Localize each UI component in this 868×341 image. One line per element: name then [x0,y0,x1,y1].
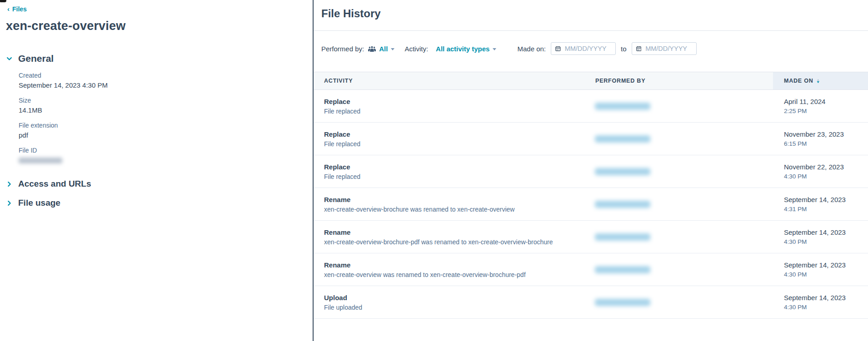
field-label: Created [19,72,313,79]
made-on-date: November 22, 2023 [784,163,868,171]
activity-filter-value: All activity types [436,45,489,53]
made-on-from-input[interactable] [565,45,611,52]
made-on-from-datepicker[interactable] [551,42,616,55]
made-on-date: September 14, 2023 [784,261,868,269]
section-access-and-urls[interactable]: Access and URLs [0,179,313,189]
activity-label: Activity: [404,45,428,53]
sort-descending-icon: ▲▼ [817,79,820,83]
activity-type: Rename [324,228,589,236]
made-on-time: 4:30 PM [784,271,868,278]
caret-down-icon [493,48,496,50]
made-on-date: September 14, 2023 [784,294,868,301]
date-range-separator: to [621,45,627,53]
panel-title: File History [321,7,381,20]
activity-description: File replaced [324,108,589,115]
column-header-activity[interactable]: ACTIVITY [314,72,589,89]
activity-description: File uploaded [324,304,589,311]
general-fields: Created September 14, 2023 4:30 PM Size … [0,72,313,163]
breadcrumb-back-to-files[interactable]: ‹ Files [7,5,27,13]
file-history-panel: File History Performed by: All [313,0,868,341]
table-row: Rename xen-create-overview-brochure was … [314,188,868,221]
table-header-row: ACTIVITY PERFORMED BY MADE ON ▲▼ [314,72,868,90]
redacted-user-name [595,103,650,110]
redacted-user-name [595,168,650,175]
chevron-right-icon [6,200,12,206]
column-header-performed-by[interactable]: PERFORMED BY [589,72,773,89]
activity-type: Rename [324,261,589,269]
activity-type: Upload [324,294,589,301]
field-created: Created September 14, 2023 4:30 PM [19,72,313,89]
made-on-to-datepicker[interactable] [632,42,697,55]
field-label: File extension [19,122,313,129]
filter-bar: Performed by: All Activity: [321,42,868,55]
calendar-icon [555,45,561,52]
table-row: Rename xen-create-overview-brochure-pdf … [314,221,868,253]
redacted-user-name [595,299,650,306]
team-icon [368,46,376,52]
activity-description: File replaced [324,140,589,148]
section-general-header[interactable]: General [0,53,313,64]
calendar-icon [636,45,642,52]
field-file-extension: File extension pdf [19,122,313,139]
redacted-user-name [595,201,650,208]
performed-by-filter-value: All [379,45,388,53]
made-on-time: 2:25 PM [784,108,868,114]
made-on-date: September 14, 2023 [784,228,868,236]
field-value: 14.1MB [19,106,313,114]
performed-by-label: Performed by: [321,45,364,53]
made-on-date: November 23, 2023 [784,130,868,138]
field-value: September 14, 2023 4:30 PM [19,81,313,89]
activity-filter-dropdown[interactable]: All activity types [436,45,496,53]
table-row: Replace File replaced November 22, 2023 … [314,155,868,188]
field-value: pdf [19,131,313,139]
breadcrumb-label: Files [12,5,27,13]
made-on-time: 4:30 PM [784,304,868,311]
page-title: xen-create-overview [6,19,313,33]
made-on-date: September 14, 2023 [784,196,868,203]
table-row: Rename xen-create-overview was renamed t… [314,253,868,286]
chevron-right-icon [6,181,12,187]
section-label: Access and URLs [18,179,91,189]
field-label: Size [19,97,313,104]
redacted-file-id [19,158,62,163]
performed-by-filter-dropdown[interactable]: All [379,45,394,53]
redacted-user-name [595,135,650,143]
activity-type: Replace [324,98,589,105]
section-general: General Created September 14, 2023 4:30 … [0,53,313,163]
screen-corner-artifact [0,0,6,2]
made-on-time: 4:30 PM [784,238,868,245]
field-label: File ID [19,147,313,154]
made-on-time: 4:30 PM [784,173,868,180]
section-general-label: General [18,53,54,64]
activity-type: Replace [324,130,589,138]
activity-description: xen-create-overview-brochure was renamed… [324,206,589,213]
made-on-time: 4:31 PM [784,206,868,213]
table-row: Upload File uploaded September 14, 2023 … [314,286,868,319]
made-on-label: Made on: [517,45,546,53]
field-file-id: File ID [19,147,313,163]
field-size: Size 14.1MB [19,97,313,114]
made-on-to-input[interactable] [645,45,692,52]
redacted-user-name [595,233,650,241]
back-chevron-icon: ‹ [7,6,10,12]
file-history-header: File History [314,0,868,31]
chevron-down-icon [6,56,12,62]
column-header-made-on-label: MADE ON [784,78,813,84]
activity-description: xen-create-overview was renamed to xen-c… [324,271,589,278]
caret-down-icon [391,48,394,50]
file-history-table: ACTIVITY PERFORMED BY MADE ON ▲▼ Replace… [314,72,868,319]
activity-type: Rename [324,196,589,203]
made-on-time: 6:15 PM [784,140,868,147]
section-file-usage[interactable]: File usage [0,198,313,208]
activity-description: File replaced [324,173,589,180]
file-detail-page: ‹ Files xen-create-overview General Crea… [0,0,868,341]
made-on-date: April 11, 2024 [784,98,868,105]
activity-description: xen-create-overview-brochure-pdf was ren… [324,238,589,246]
column-header-made-on[interactable]: MADE ON ▲▼ [773,72,868,89]
redacted-user-name [595,266,650,273]
table-row: Replace File replaced November 23, 2023 … [314,123,868,155]
activity-type: Replace [324,163,589,171]
table-row: Replace File replaced April 11, 2024 2:2… [314,90,868,123]
file-details-sidebar: ‹ Files xen-create-overview General Crea… [0,0,313,341]
section-label: File usage [18,198,60,208]
